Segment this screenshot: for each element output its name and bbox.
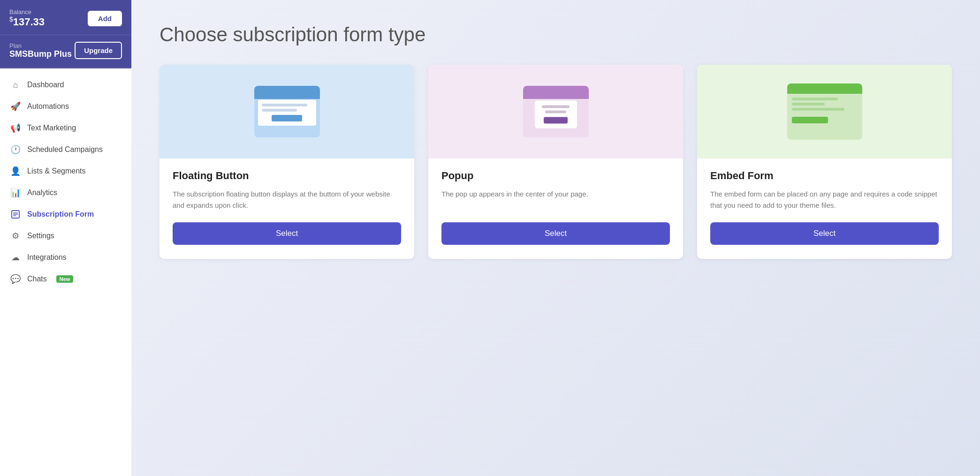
sidebar-item-label: Scheduled Campaigns bbox=[27, 145, 103, 154]
balance-info: Balance $137.33 bbox=[9, 8, 45, 28]
floating-button-card: Floating Button The subscription floatin… bbox=[160, 65, 414, 259]
upgrade-button[interactable]: Upgrade bbox=[75, 42, 122, 59]
floating-preview-image bbox=[254, 86, 320, 137]
floating-button-preview bbox=[160, 65, 414, 159]
sidebar-item-dashboard[interactable]: ⌂ Dashboard bbox=[0, 74, 131, 96]
floating-button-title: Floating Button bbox=[173, 170, 401, 182]
sidebar-item-subscription-form[interactable]: Subscription Form bbox=[0, 204, 131, 225]
gear-icon: ⚙ bbox=[10, 231, 21, 241]
embed-form-select[interactable]: Select bbox=[710, 222, 939, 245]
bar-chart-icon: 📊 bbox=[10, 188, 21, 198]
sidebar-nav: ⌂ Dashboard 🚀 Automations 📢 Text Marketi… bbox=[0, 68, 131, 476]
sidebar-item-label: Text Marketing bbox=[27, 124, 76, 132]
new-badge: New bbox=[56, 275, 74, 283]
sidebar-item-label: Chats bbox=[27, 275, 47, 283]
sidebar-item-analytics[interactable]: 📊 Analytics bbox=[0, 182, 131, 204]
page-title: Choose subscription form type bbox=[160, 23, 952, 46]
sidebar-item-label: Subscription Form bbox=[27, 210, 94, 219]
sidebar-item-settings[interactable]: ⚙ Settings bbox=[0, 225, 131, 247]
sidebar-plan-section: Plan SMSBump Plus Upgrade bbox=[0, 35, 131, 68]
chat-icon: 💬 bbox=[10, 274, 21, 284]
popup-description: The pop up appears in the center of your… bbox=[441, 189, 670, 211]
embed-form-description: The embed form can be placed on any page… bbox=[710, 189, 939, 211]
sidebar-item-label: Analytics bbox=[27, 189, 57, 197]
popup-title: Popup bbox=[441, 170, 670, 182]
home-icon: ⌂ bbox=[10, 80, 21, 90]
person-icon: 👤 bbox=[10, 166, 21, 176]
embed-form-content: Embed Form The embed form can be placed … bbox=[697, 170, 952, 245]
sidebar-item-scheduled-campaigns[interactable]: 🕐 Scheduled Campaigns bbox=[0, 139, 131, 160]
popup-select[interactable]: Select bbox=[441, 222, 670, 245]
sidebar-item-label: Dashboard bbox=[27, 81, 64, 89]
form-icon bbox=[10, 209, 21, 219]
sidebar-item-label: Lists & Segments bbox=[27, 167, 86, 175]
sidebar-item-integrations[interactable]: ☁ Integrations bbox=[0, 247, 131, 268]
popup-preview bbox=[428, 65, 683, 159]
sidebar-item-lists-segments[interactable]: 👤 Lists & Segments bbox=[0, 160, 131, 182]
main-content: Choose subscription form type bbox=[131, 0, 980, 476]
sidebar-item-label: Automations bbox=[27, 102, 69, 111]
embed-preview-image bbox=[787, 83, 862, 140]
floating-button-description: The subscription floating button display… bbox=[173, 189, 401, 211]
floating-button-select[interactable]: Select bbox=[173, 222, 401, 245]
sidebar: Balance $137.33 Add Plan SMSBump Plus Up… bbox=[0, 0, 131, 476]
plan-info: Plan SMSBump Plus bbox=[9, 42, 72, 59]
popup-content: Popup The pop up appears in the center o… bbox=[428, 170, 683, 245]
popup-card: Popup The pop up appears in the center o… bbox=[428, 65, 683, 259]
sidebar-item-label: Integrations bbox=[27, 253, 67, 262]
embed-form-card: Embed Form The embed form can be placed … bbox=[697, 65, 952, 259]
plan-name: SMSBump Plus bbox=[9, 49, 72, 59]
embed-form-preview bbox=[697, 65, 952, 159]
sidebar-item-automations[interactable]: 🚀 Automations bbox=[0, 96, 131, 117]
embed-form-title: Embed Form bbox=[710, 170, 939, 182]
sidebar-item-chats[interactable]: 💬 Chats New bbox=[0, 268, 131, 290]
sidebar-balance-section: Balance $137.33 Add bbox=[0, 0, 131, 35]
rocket-icon: 🚀 bbox=[10, 101, 21, 112]
floating-button-content: Floating Button The subscription floatin… bbox=[160, 170, 414, 245]
balance-amount: $137.33 bbox=[9, 15, 45, 28]
currency-symbol: $ bbox=[9, 15, 13, 23]
balance-label: Balance bbox=[9, 8, 45, 15]
form-type-cards: Floating Button The subscription floatin… bbox=[160, 65, 952, 259]
clock-icon: 🕐 bbox=[10, 144, 21, 155]
add-balance-button[interactable]: Add bbox=[88, 11, 122, 26]
popup-preview-image bbox=[523, 86, 589, 137]
plan-label: Plan bbox=[9, 42, 72, 49]
megaphone-icon: 📢 bbox=[10, 123, 21, 133]
sidebar-item-text-marketing[interactable]: 📢 Text Marketing bbox=[0, 117, 131, 139]
sidebar-item-label: Settings bbox=[27, 232, 54, 240]
cloud-icon: ☁ bbox=[10, 252, 21, 263]
